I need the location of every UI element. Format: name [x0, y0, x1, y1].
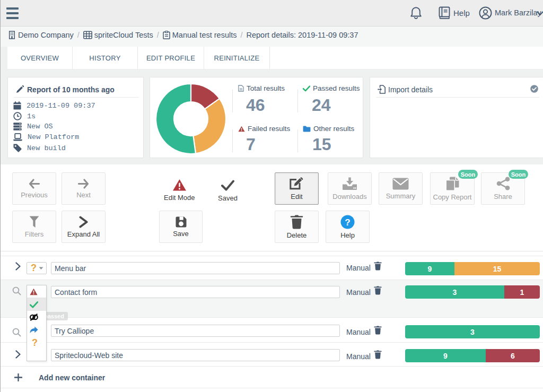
svg-text:?: ? — [345, 217, 350, 227]
